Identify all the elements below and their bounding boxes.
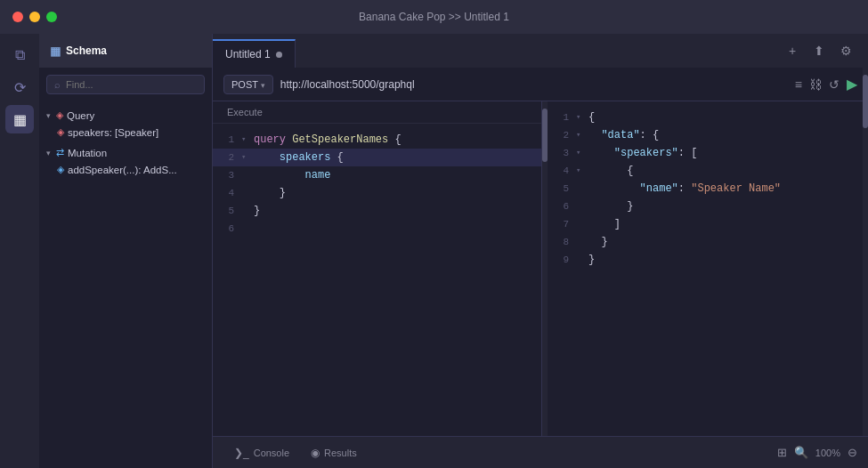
window-title: Banana Cake Pop >> Untitled 1	[359, 11, 509, 23]
collapse-4	[241, 185, 254, 201]
main-content: Untitled 1 + ⬆ ⚙ POST ▾ ≡ ⛓ ↺ ▶	[213, 34, 868, 468]
query-line-1: 1 ▾ query GetSpeakerNames {	[213, 131, 541, 149]
result-line-3: 3 ▾ "speakers": [	[548, 144, 868, 162]
schema-header-icon: ▦	[50, 44, 61, 58]
settings-button[interactable]: ⚙	[834, 39, 857, 62]
speaker-type-icon: ◈	[57, 126, 64, 138]
query-section-header[interactable]: ▾ ◈ Query	[39, 107, 212, 124]
line-num-2: 2	[213, 149, 241, 165]
run-button[interactable]: ▶	[847, 76, 857, 93]
bottom-bar: ❯_ Console ◉ Results ⊞ 🔍 100% ⊖	[213, 436, 868, 468]
tab-untitled1[interactable]: Untitled 1	[213, 39, 296, 68]
results-icon: ◉	[311, 447, 320, 459]
titlebar: Banana Cake Pop >> Untitled 1	[0, 0, 868, 34]
result-line-num-9: 9	[548, 252, 576, 268]
tab-actions: + ⬆ ⚙	[781, 34, 868, 68]
result-collapse-1[interactable]: ▾	[576, 109, 588, 125]
zoom-icon[interactable]: 🔍	[794, 446, 808, 459]
result-line-num-3: 3	[548, 145, 576, 161]
query-code-area[interactable]: 1 ▾ query GetSpeakerNames { 2 ▾ speakers…	[213, 124, 541, 436]
mutation-section-header[interactable]: ▾ ⇄ Mutation	[39, 144, 212, 161]
result-collapse-2[interactable]: ▾	[576, 127, 588, 143]
line-num-6: 6	[213, 221, 241, 237]
result-collapse-6	[576, 198, 588, 214]
schema-panel: ▦ Schema ⌕ ▾ ◈ Query ◈ speakers: [Speake…	[39, 34, 213, 468]
url-input[interactable]	[280, 78, 788, 91]
add-speaker-type-icon: ◈	[57, 164, 64, 175]
collapse-2[interactable]: ▾	[241, 149, 254, 165]
line-num-1: 1	[213, 132, 241, 148]
tab-modified-dot	[276, 52, 282, 58]
result-collapse-7	[576, 216, 588, 232]
hamburger-icon[interactable]: ≡	[795, 77, 802, 92]
result-collapse-5	[576, 181, 588, 197]
result-code-area[interactable]: 1 ▾ { 2 ▾ "data": { 3	[548, 101, 868, 436]
results-label: Results	[324, 448, 357, 458]
result-line-5: 5 "name": "Speaker Name"	[548, 180, 868, 198]
line-content-5: }	[254, 203, 260, 219]
add-tab-button[interactable]: +	[781, 39, 804, 62]
save-button[interactable]: ⬆	[807, 39, 831, 62]
close-button[interactable]	[12, 12, 23, 22]
query-section: ▾ ◈ Query ◈ speakers: [Speaker]	[39, 105, 212, 142]
collapse-5	[241, 203, 254, 219]
result-content-3: "speakers": [	[588, 145, 697, 161]
result-scrollbar[interactable]	[863, 101, 868, 436]
line-content-1: query GetSpeakerNames {	[254, 132, 402, 148]
grid-icon[interactable]: ⊞	[777, 446, 787, 459]
collapse-6	[241, 221, 254, 237]
scrollbar-thumb[interactable]	[542, 109, 548, 162]
method-select[interactable]: POST ▾	[223, 75, 273, 94]
query-type-icon: ◈	[56, 109, 63, 121]
search-icon: ⌕	[54, 79, 61, 90]
query-line-2: 2 ▾ speakers {	[213, 149, 541, 166]
tab-label: Untitled 1	[225, 48, 271, 61]
collapse-1[interactable]: ▾	[241, 132, 254, 148]
result-content-8: }	[588, 234, 608, 250]
result-line-num-7: 7	[548, 216, 576, 232]
maximize-button[interactable]	[46, 12, 57, 22]
query-line-6: 6	[213, 220, 541, 238]
link-icon[interactable]: ⛓	[809, 77, 822, 92]
bottom-right: ⊞ 🔍 100% ⊖	[777, 446, 857, 459]
search-input[interactable]	[66, 79, 197, 90]
editor-scrollbar[interactable]	[542, 101, 548, 436]
result-collapse-4[interactable]: ▾	[576, 163, 588, 179]
result-collapse-8	[576, 234, 588, 250]
copy-icon-btn[interactable]: ⧉	[5, 41, 34, 69]
query-line-4: 4 }	[213, 184, 541, 202]
line-num-3: 3	[213, 167, 241, 183]
toolbar: POST ▾ ≡ ⛓ ↺ ▶	[213, 68, 868, 101]
results-tab[interactable]: ◉ Results	[300, 443, 368, 463]
console-tab[interactable]: ❯_ Console	[223, 443, 300, 463]
history-icon-btn[interactable]: ⟳	[5, 73, 34, 101]
result-line-num-8: 8	[548, 234, 576, 250]
result-content-2: "data": {	[588, 127, 659, 143]
line-content-3: name	[254, 167, 330, 183]
result-line-6: 6 }	[548, 198, 868, 215]
app-body: ⧉ ⟳ ▦ ▦ Schema ⌕ ▾ ◈ Query ◈ speakers: […	[0, 34, 868, 468]
schema-icon-btn[interactable]: ▦	[5, 105, 34, 133]
line-content-2: speakers {	[254, 149, 344, 165]
search-box[interactable]: ⌕	[46, 75, 205, 94]
toolbar-icons: ≡ ⛓ ↺ ▶	[795, 76, 857, 93]
add-speaker-item[interactable]: ◈ addSpeaker(...): AddS...	[39, 161, 212, 178]
result-line-num-1: 1	[548, 109, 576, 125]
result-line-8: 8 }	[548, 233, 868, 251]
mutation-chevron-icon: ▾	[46, 149, 51, 157]
query-line-3: 3 name	[213, 166, 541, 184]
result-scrollbar-thumb[interactable]	[863, 101, 868, 128]
result-content-1: {	[588, 109, 595, 125]
bottom-tabs: ❯_ Console ◉ Results	[223, 443, 368, 463]
refresh-icon[interactable]: ↺	[829, 77, 840, 92]
icon-sidebar: ⧉ ⟳ ▦	[0, 34, 39, 468]
schema-title: Schema	[66, 44, 107, 57]
zoom-out-icon[interactable]: ⊖	[848, 446, 857, 459]
tab-bar: Untitled 1 + ⬆ ⚙	[213, 34, 868, 68]
result-content-4: {	[588, 163, 633, 179]
result-collapse-3[interactable]: ▾	[576, 145, 588, 161]
zoom-level: 100%	[815, 448, 840, 458]
speakers-item[interactable]: ◈ speakers: [Speaker]	[39, 124, 212, 141]
minimize-button[interactable]	[29, 12, 40, 22]
result-content-5: "name": "Speaker Name"	[588, 181, 781, 197]
